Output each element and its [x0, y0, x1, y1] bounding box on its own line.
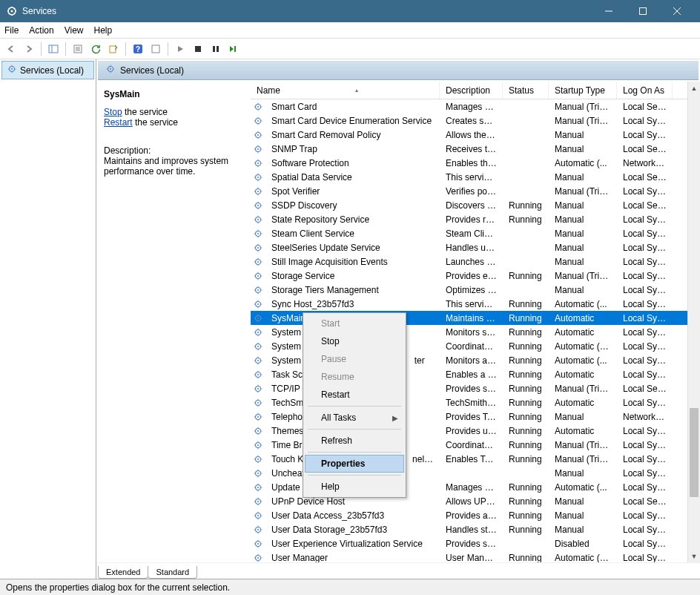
table-row[interactable]: Software ProtectionEnables the ...Automa…: [251, 156, 700, 170]
cell-startup: Automatic: [549, 327, 617, 338]
col-header-description[interactable]: Description: [440, 82, 503, 99]
minimize-button[interactable]: [592, 0, 626, 22]
ctx-all-tasks[interactable]: All Tasks▶: [305, 409, 404, 427]
cell-startup: Manual: [549, 285, 617, 295]
help2-button[interactable]: [148, 41, 164, 57]
service-icon: [251, 369, 265, 380]
ctx-pause[interactable]: Pause: [305, 350, 404, 368]
properties-button[interactable]: [70, 41, 86, 57]
cell-logon: Network S...: [617, 412, 673, 422]
cell-startup: Manual: [549, 496, 617, 507]
menu-file[interactable]: File: [4, 25, 19, 36]
service-icon: [251, 539, 265, 549]
svg-point-49: [257, 275, 259, 276]
table-row[interactable]: User Experience Virtualization ServicePr…: [251, 536, 700, 550]
maximize-button[interactable]: [626, 0, 660, 22]
cell-description: Allows UPn...: [440, 496, 503, 507]
svg-point-77: [257, 472, 259, 473]
service-icon: [251, 172, 265, 183]
col-header-status[interactable]: Status: [503, 82, 549, 99]
ctx-restart[interactable]: Restart: [305, 386, 404, 404]
ctx-stop[interactable]: Stop: [305, 332, 404, 350]
cell-startup: Manual: [549, 412, 617, 422]
table-row[interactable]: Storage Tiers ManagementOptimizes t...Ma…: [251, 283, 700, 297]
table-row[interactable]: User Data Storage_23b57fd3Handles sto...…: [251, 522, 700, 536]
table-header: Name▴ Description Status Startup Type Lo…: [251, 82, 700, 99]
scroll-thumb[interactable]: [690, 408, 699, 497]
svg-rect-6: [49, 45, 58, 53]
tree-item-services-local[interactable]: Services (Local): [1, 61, 94, 79]
table-row[interactable]: Storage ServiceProvides en...RunningManu…: [251, 269, 700, 283]
vertical-scrollbar[interactable]: ▲ ▼: [687, 82, 700, 562]
table-row[interactable]: Smart Card Removal PolicyAllows the s...…: [251, 128, 700, 142]
cell-logon: Local Syste...: [617, 482, 673, 493]
service-icon: [251, 144, 265, 154]
menu-help[interactable]: Help: [94, 25, 113, 36]
table-row[interactable]: State Repository ServiceProvides re...Ru…: [251, 212, 700, 226]
cell-status: Running: [503, 482, 549, 493]
cell-status: Running: [503, 454, 549, 464]
table-row[interactable]: User Data Access_23b57fd3Provides ap...R…: [251, 508, 700, 522]
cell-description: Enables the ...: [440, 158, 503, 168]
col-header-startup[interactable]: Startup Type: [549, 82, 617, 99]
titlebar: Services: [0, 0, 700, 22]
svg-point-67: [257, 401, 259, 403]
table-row[interactable]: Steam Client ServiceSteam Clien...Manual…: [251, 226, 700, 240]
close-button[interactable]: [660, 0, 694, 22]
col-header-logon[interactable]: Log On As: [617, 82, 673, 99]
stop-service-button[interactable]: [190, 41, 206, 57]
export-button[interactable]: [105, 41, 122, 57]
help-button[interactable]: ?: [130, 41, 146, 57]
cell-status: Running: [503, 313, 549, 323]
restart-service-button[interactable]: [225, 41, 242, 57]
service-icon: [251, 468, 265, 479]
menu-action[interactable]: Action: [29, 25, 53, 36]
cell-description: Launches a...: [440, 257, 503, 267]
service-icon: [251, 355, 265, 366]
ctx-properties[interactable]: Properties: [305, 455, 404, 473]
table-row[interactable]: Spatial Data ServiceThis service ...Manu…: [251, 170, 700, 184]
cell-logon: Local Syste...: [617, 510, 673, 521]
tab-standard[interactable]: Standard: [148, 566, 197, 579]
table-row[interactable]: SteelSeries Update ServiceHandles up...M…: [251, 240, 700, 254]
cell-startup: Manual: [549, 144, 617, 154]
cell-logon: Local Syste...: [617, 116, 673, 126]
tab-extended[interactable]: Extended: [98, 566, 148, 579]
cell-logon: Local Syste...: [617, 243, 673, 253]
col-header-name[interactable]: Name▴: [251, 82, 440, 99]
service-icon: [251, 229, 265, 239]
cell-name: SSDP Discovery: [265, 200, 440, 211]
start-service-button[interactable]: [172, 41, 188, 57]
table-row[interactable]: Smart CardManages ac...Manual (Trig...Lo…: [251, 99, 700, 114]
ctx-resume[interactable]: Resume: [305, 368, 404, 386]
restart-link[interactable]: Restart: [104, 117, 133, 128]
ctx-refresh[interactable]: Refresh: [305, 432, 404, 450]
stop-link[interactable]: Stop: [104, 107, 122, 117]
cell-description: Maintains a...: [440, 313, 503, 323]
table-row[interactable]: Smart Card Device Enumeration ServiceCre…: [251, 114, 700, 128]
ctx-help[interactable]: Help: [305, 478, 404, 496]
table-row[interactable]: Still Image Acquisition EventsLaunches a…: [251, 254, 700, 269]
svg-point-39: [257, 204, 259, 206]
menu-view[interactable]: View: [65, 25, 84, 36]
cell-startup: Automatic (T...: [549, 553, 617, 563]
cell-logon: Local Syste...: [617, 299, 673, 309]
ctx-start[interactable]: Start: [305, 315, 404, 332]
forward-button[interactable]: [21, 41, 37, 57]
service-icon: [251, 186, 265, 197]
table-row[interactable]: Spot VerifierVerifies pote...Manual (Tri…: [251, 184, 700, 198]
pause-service-button[interactable]: [208, 41, 224, 57]
table-row[interactable]: SSDP DiscoveryDiscovers n...RunningManua…: [251, 198, 700, 212]
cell-startup: Automatic: [549, 426, 617, 436]
back-button[interactable]: [3, 41, 19, 57]
refresh-button[interactable]: [88, 41, 104, 57]
svg-point-75: [257, 458, 259, 459]
cell-description: Coordinates...: [440, 341, 503, 352]
scroll-up-button[interactable]: ▲: [688, 82, 700, 94]
table-row[interactable]: SNMP TrapReceives tra...ManualLocal Serv…: [251, 142, 700, 156]
service-icon: [251, 553, 265, 563]
table-row[interactable]: Sync Host_23b57fd3This service ...Runnin…: [251, 297, 700, 311]
table-row[interactable]: User ManagerUser Manag...RunningAutomati…: [251, 550, 700, 562]
scroll-down-button[interactable]: ▼: [688, 550, 700, 562]
show-hide-tree-button[interactable]: [45, 41, 62, 57]
